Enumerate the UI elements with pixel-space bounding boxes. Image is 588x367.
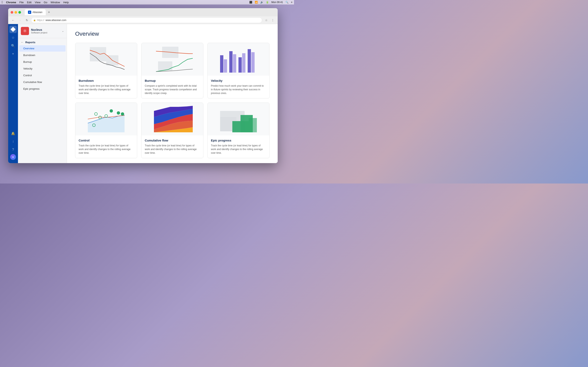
url-domain: www.atlassian.com	[45, 19, 66, 22]
card-chart-cumulative	[141, 103, 203, 135]
address-bar[interactable]: 🔒 https:// www.atlassian.com	[31, 17, 262, 23]
card-title-burnup: Burnup	[145, 79, 200, 82]
card-desc-burnup: Compare a sprint's completed work with i…	[145, 84, 200, 95]
card-desc-control: Track the cycle time (or lead time) for …	[79, 144, 134, 155]
svg-point-15	[110, 109, 113, 113]
nav-item-control[interactable]: Control	[19, 72, 66, 78]
project-info: Nucleus Software project	[31, 28, 60, 34]
apple-menu[interactable]: 	[2, 0, 3, 4]
card-chart-epic	[208, 103, 269, 135]
window-menu[interactable]: Window	[51, 1, 60, 4]
forward-button[interactable]: →	[17, 17, 23, 23]
edit-menu[interactable]: Edit	[27, 1, 31, 4]
card-burnup[interactable]: Burnup Compare a sprint's completed work…	[141, 43, 203, 99]
browser-tab-atlassian[interactable]: A Atlassian	[25, 9, 46, 15]
project-logo: ⚛	[21, 27, 29, 35]
svg-rect-11	[251, 52, 255, 73]
new-tab-button[interactable]: +	[47, 10, 52, 15]
reload-button[interactable]: ↻	[24, 17, 30, 23]
nav-item-epic-progress[interactable]: Epic progress	[19, 86, 66, 92]
more-button[interactable]: ⋮	[270, 17, 276, 23]
svg-rect-9	[242, 53, 245, 73]
control-center-icon[interactable]: ≡	[291, 1, 292, 4]
help-menu[interactable]: Help	[63, 1, 69, 4]
svg-point-18	[99, 116, 102, 119]
card-title-velocity: Velocity	[211, 79, 266, 82]
card-body-burndown: Burndown Track the cycle time (or lead t…	[75, 76, 137, 98]
card-desc-cumulative: Track the cycle time (or lead time) for …	[145, 144, 200, 155]
sidebar-icon-search[interactable]: 🔍	[9, 42, 17, 49]
svg-rect-8	[238, 57, 242, 73]
card-desc-velocity: Predict how much work your team can comm…	[211, 84, 266, 95]
page-title: Overview	[75, 31, 269, 37]
svg-point-17	[121, 112, 124, 116]
card-desc-burndown: Track the cycle time (or lead time) for …	[79, 84, 134, 95]
card-velocity[interactable]: Velocity Predict how much work your team…	[208, 43, 269, 99]
nav-back-button[interactable]: ←	[21, 41, 24, 44]
browser-window: A Atlassian + ← → ↻ 🔒 https:// www.atlas…	[8, 8, 278, 163]
project-nav: ⚛ Nucleus Software project ⌄ ← Reports O…	[18, 24, 67, 163]
card-body-velocity: Velocity Predict how much work your team…	[208, 76, 269, 98]
sidebar-icon-notifications[interactable]: 🔔	[9, 130, 17, 137]
sidebar-icon-help[interactable]: ?	[9, 146, 17, 153]
project-type: Software project	[31, 31, 60, 34]
svg-point-13	[95, 113, 97, 115]
svg-rect-7	[233, 54, 236, 73]
card-title-epic: Epic progress	[211, 139, 266, 142]
battery-icon: 🔋	[266, 1, 269, 4]
file-menu[interactable]: File	[19, 1, 24, 4]
card-chart-velocity	[208, 43, 269, 76]
card-chart-control	[75, 103, 137, 135]
svg-point-16	[117, 111, 120, 115]
svg-rect-3	[158, 61, 172, 71]
close-button[interactable]	[11, 11, 13, 14]
card-epic-progress[interactable]: Epic progress Track the cycle time (or l…	[208, 103, 269, 158]
wifi-icon: 📶	[255, 1, 258, 4]
sidebar-icon-home[interactable]	[9, 26, 17, 33]
bookmark-button[interactable]: ☆	[263, 17, 269, 23]
search-icon[interactable]: 🔍	[285, 1, 288, 4]
card-body-cumulative: Cumulative flow Track the cycle time (or…	[141, 135, 203, 158]
clock: Mon 09:41	[271, 1, 283, 4]
browser-content: ☆ 🔍 + 🔔 ⁝ ? U ⚛ Nucleus Software project	[8, 24, 278, 163]
svg-rect-10	[248, 49, 251, 73]
nav-item-overview[interactable]: Overview	[19, 45, 66, 52]
nav-item-burndown[interactable]: Burndown	[19, 52, 66, 58]
sidebar-icon-apps[interactable]: ⁝	[9, 138, 17, 145]
traffic-lights	[11, 11, 21, 14]
view-menu[interactable]: View	[35, 1, 40, 4]
nav-item-velocity[interactable]: Velocity	[19, 66, 66, 72]
svg-rect-4	[220, 55, 223, 73]
nav-item-burnup[interactable]: Burnup	[19, 59, 66, 65]
nav-item-cumulative-flow[interactable]: Cumulative flow	[19, 79, 66, 85]
project-name: Nucleus	[31, 28, 60, 31]
card-chart-burndown	[75, 43, 137, 76]
svg-rect-6	[229, 51, 233, 73]
card-cumulative-flow[interactable]: Cumulative flow Track the cycle time (or…	[141, 103, 203, 158]
sidebar-icon-starred[interactable]: ☆	[9, 34, 17, 41]
card-burndown[interactable]: Burndown Track the cycle time (or lead t…	[75, 43, 137, 99]
user-avatar[interactable]: U	[10, 154, 16, 160]
card-title-control: Control	[79, 139, 134, 142]
maximize-button[interactable]	[18, 11, 21, 14]
back-button[interactable]: ←	[10, 17, 16, 23]
browser-titlebar: A Atlassian +	[8, 8, 278, 16]
card-control[interactable]: Control Track the cycle time (or lead ti…	[75, 103, 137, 158]
card-body-control: Control Track the cycle time (or lead ti…	[75, 135, 137, 158]
tab-favicon: A	[28, 11, 31, 14]
reports-grid: Burndown Track the cycle time (or lead t…	[75, 43, 269, 158]
card-body-burnup: Burnup Compare a sprint's completed work…	[141, 76, 203, 98]
card-desc-epic: Track the cycle time (or lead time) for …	[211, 144, 266, 155]
volume-icon: 🔊	[260, 1, 263, 4]
project-logo-icon: ⚛	[23, 28, 27, 34]
nav-section-header: ← Reports	[18, 38, 67, 45]
go-menu[interactable]: Go	[44, 1, 47, 4]
chrome-menu[interactable]: Chrome	[6, 1, 16, 4]
lock-icon: 🔒	[33, 19, 36, 21]
airplay-icon: ⬛	[249, 1, 252, 4]
minimize-button[interactable]	[15, 11, 17, 14]
nav-section-label: Reports	[25, 41, 35, 44]
project-chevron-icon[interactable]: ⌄	[62, 30, 64, 33]
menubar:  Chrome File Edit View Go Window Help ⬛…	[0, 0, 294, 4]
sidebar-icon-create[interactable]: +	[9, 50, 17, 58]
